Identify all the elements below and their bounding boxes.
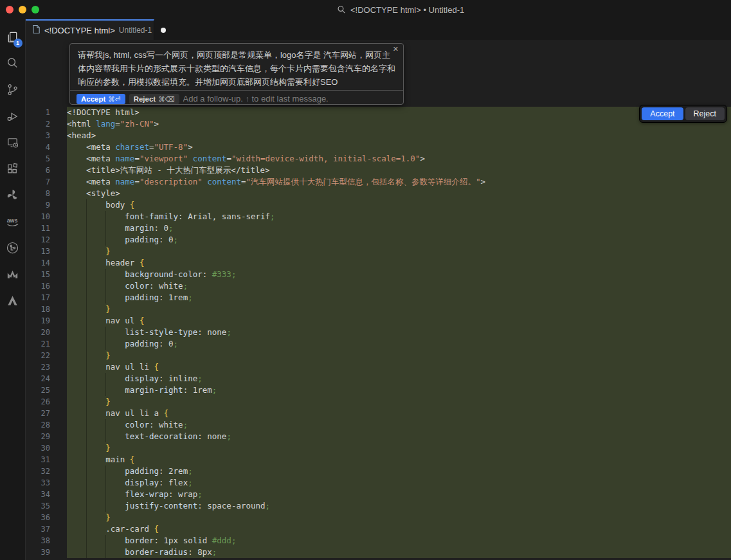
line-content: padding: 0; — [67, 234, 731, 246]
code-line: 21 padding: 0; — [26, 338, 731, 350]
line-content: } — [67, 350, 731, 361]
line-number: 2 — [26, 118, 67, 130]
indent-guide — [86, 257, 87, 269]
code-line: 17 padding: 1rem; — [26, 292, 731, 303]
indent-guide — [86, 454, 87, 465]
line-number: 37 — [26, 523, 67, 535]
line-number: 13 — [26, 246, 67, 257]
source-control-icon[interactable] — [0, 77, 26, 103]
code-line: 13 } — [26, 246, 731, 257]
chat-accept-button[interactable]: Accept ⌘⏎ — [77, 94, 125, 104]
unsaved-changes-dot[interactable] — [161, 28, 166, 33]
line-content: padding: 0; — [67, 338, 731, 350]
line-number: 1 — [26, 107, 67, 118]
line-content: header { — [67, 257, 731, 269]
indent-guide — [105, 477, 106, 489]
m-logo-extension-icon[interactable] — [0, 261, 26, 287]
line-number: 27 — [26, 408, 67, 419]
line-content: display: flex; — [67, 477, 731, 489]
indent-guide — [86, 246, 87, 257]
tab-label: <!DOCTYPE html> — [44, 26, 115, 35]
code-line: 30 } — [26, 442, 731, 454]
line-content: nav ul { — [67, 315, 731, 327]
code-lines[interactable]: 1<!DOCTYPE html>2<html lang="zh-CN">3<he… — [26, 107, 731, 558]
line-number: 31 — [26, 454, 67, 465]
code-line: 10 font-family: Arial, sans-serif; — [26, 211, 731, 222]
indent-guide — [86, 535, 87, 546]
line-content: } — [67, 512, 731, 523]
indent-guide — [105, 431, 106, 442]
indent-guide — [86, 419, 87, 431]
extensions-icon[interactable] — [0, 156, 26, 182]
line-content: list-style-type: none; — [67, 327, 731, 338]
line-content: nav ul li { — [67, 361, 731, 373]
run-and-debug-icon[interactable] — [0, 103, 26, 129]
chat-reject-button[interactable]: Reject ⌘⌫ — [129, 94, 179, 104]
zoom-window-button[interactable] — [32, 6, 39, 14]
indent-guide — [105, 292, 106, 303]
line-content: } — [67, 396, 731, 408]
diff-accept-button[interactable]: Accept — [642, 107, 683, 120]
line-number: 25 — [26, 384, 67, 396]
indent-guide — [105, 419, 106, 431]
code-line: 26 } — [26, 396, 731, 408]
line-number: 22 — [26, 350, 67, 361]
indent-guide — [86, 408, 87, 419]
line-number: 24 — [26, 373, 67, 384]
indent-guide — [86, 442, 87, 454]
activity-bar: 1 — [0, 19, 26, 560]
indent-guide — [86, 315, 87, 327]
circle-branch-extension-icon[interactable] — [0, 235, 26, 261]
indent-guide — [105, 384, 106, 396]
line-content: nav ul li a { — [67, 408, 731, 419]
line-number: 17 — [26, 292, 67, 303]
line-number: 5 — [26, 153, 67, 165]
follow-up-input[interactable] — [183, 94, 397, 104]
line-content: padding: 2rem; — [67, 465, 731, 477]
line-content: color: white; — [67, 280, 731, 292]
command-center[interactable]: <!DOCTYPE html> • Untitled-1 — [337, 0, 464, 19]
code-line: 31 main { — [26, 454, 731, 465]
minimize-window-button[interactable] — [19, 6, 26, 14]
indent-guide — [86, 477, 87, 489]
explorer-icon[interactable]: 1 — [0, 24, 26, 50]
inline-chat-zone: ✕ 请帮我js, html, css写一个网页，网页顶部是常规菜单，logo名字… — [26, 40, 731, 107]
line-content: flex-wrap: wrap; — [67, 489, 731, 500]
line-number: 6 — [26, 165, 67, 176]
code-line: 9 body { — [26, 199, 731, 211]
indent-guide — [86, 384, 87, 396]
line-content: <head> — [67, 130, 731, 141]
diff-reject-button[interactable]: Reject — [685, 107, 725, 120]
code-editor[interactable]: ✕ 请帮我js, html, css写一个网页，网页顶部是常规菜单，logo名字… — [26, 40, 731, 560]
line-content: <meta charset="UTF-8"> — [67, 141, 731, 153]
code-line: 22 } — [26, 350, 731, 361]
line-content: font-family: Arial, sans-serif; — [67, 211, 731, 222]
line-content: main { — [67, 454, 731, 465]
line-number: 26 — [26, 396, 67, 408]
tab-secondary-label: Untitled-1 — [119, 26, 152, 35]
indent-guide — [86, 500, 87, 512]
line-content: margin: 0; — [67, 222, 731, 234]
line-content: background-color: #333; — [67, 269, 731, 280]
line-content: color: white; — [67, 419, 731, 431]
close-icon[interactable]: ✕ — [393, 45, 399, 53]
search-view-icon[interactable] — [0, 50, 26, 77]
a-logo-extension-icon[interactable] — [0, 287, 26, 314]
line-content: } — [67, 442, 731, 454]
close-window-button[interactable] — [6, 6, 14, 14]
code-line: 18 } — [26, 303, 731, 315]
tab-untitled-1[interactable]: <!DOCTYPE html> Untitled-1 — [26, 19, 154, 40]
indent-guide — [86, 269, 87, 280]
pinwheel-extension-icon[interactable] — [0, 182, 26, 208]
aws-toolkit-icon[interactable]: aws — [0, 208, 26, 235]
indent-guide — [86, 523, 87, 535]
code-line: 36 } — [26, 512, 731, 523]
code-line: 6 <title>汽车网站 - 十大热门车型展示</title> — [26, 165, 731, 176]
window-controls — [6, 6, 39, 14]
indent-guide — [105, 280, 106, 292]
remote-explorer-icon[interactable] — [0, 129, 26, 156]
indent-guide — [86, 280, 87, 292]
code-line: 19 nav ul { — [26, 315, 731, 327]
svg-text:aws: aws — [6, 217, 17, 223]
line-number: 39 — [26, 546, 67, 558]
